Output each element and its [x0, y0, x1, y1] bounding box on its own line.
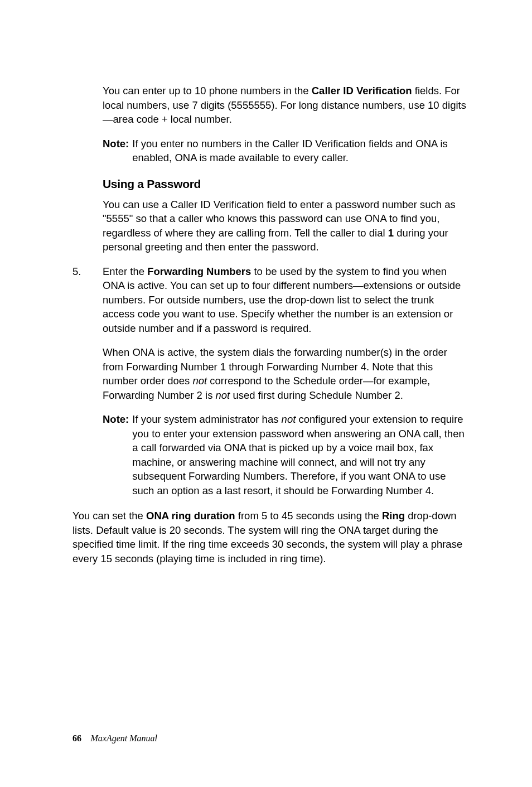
paragraph-ona-active: When ONA is active, the system dials the… — [103, 345, 468, 402]
list-item-5: 5. Enter the Forwarding Numbers to be us… — [72, 264, 468, 336]
italic-text: not — [282, 413, 296, 425]
item-number: 5. — [72, 264, 103, 336]
paragraph-caller-id: You can enter up to 10 phone numbers in … — [103, 84, 468, 127]
italic-text: not — [216, 389, 230, 401]
bold-text: Forwarding Numbers — [147, 265, 251, 277]
paragraph-password: You can use a Caller ID Verification fie… — [103, 197, 468, 254]
text: used first during Schedule Number 2. — [230, 389, 403, 401]
bold-text: Ring — [382, 510, 405, 522]
page-content: You can enter up to 10 phone numbers in … — [0, 0, 532, 609]
text: from 5 to 45 seconds using the — [235, 510, 382, 522]
text: You can enter up to 10 phone numbers in … — [103, 85, 312, 96]
text: configured your extension to require you… — [132, 413, 464, 496]
bold-text: ONA ring duration — [146, 510, 235, 522]
note-label: Note: — [103, 137, 132, 165]
item-content: Enter the Forwarding Numbers to be used … — [103, 264, 468, 336]
bold-text: 1 — [388, 227, 394, 239]
bold-text: Caller ID Verification — [312, 85, 412, 96]
paragraph-ring-duration: You can set the ONA ring duration from 5… — [72, 509, 468, 566]
italic-text: not — [192, 375, 207, 387]
page-footer: 66 MaxAgent Manual — [72, 733, 157, 743]
note-text: If your system administrator has not con… — [132, 412, 468, 498]
note-block-2: Note: If your system administrator has n… — [103, 412, 468, 498]
page-number: 66 — [72, 733, 81, 743]
subheading-using-password: Using a Password — [103, 177, 468, 191]
note-text: If you enter no numbers in the Caller ID… — [132, 137, 468, 165]
book-title: MaxAgent Manual — [90, 733, 157, 743]
text: You can set the — [72, 510, 146, 522]
text: Enter the — [103, 265, 147, 277]
note-block-1: Note: If you enter no numbers in the Cal… — [103, 137, 468, 165]
note-label: Note: — [103, 412, 132, 498]
text: If your system administrator has — [132, 413, 281, 425]
